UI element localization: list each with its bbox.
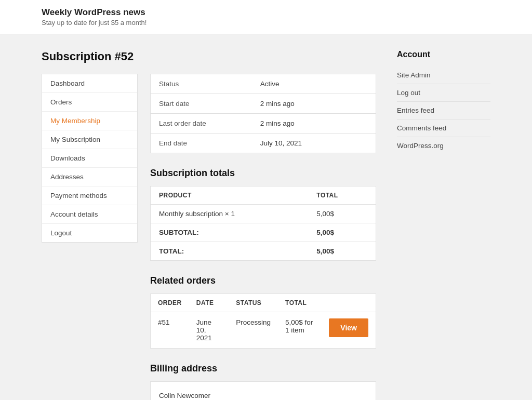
info-label: Status <box>151 74 252 94</box>
total-value: 5,00$ <box>308 242 376 261</box>
order-action: View <box>322 312 376 349</box>
view-button[interactable]: View <box>329 318 368 337</box>
nav-item-addresses[interactable]: Addresses <box>42 168 137 186</box>
info-value: 2 mins ago <box>252 114 376 134</box>
info-label: End date <box>151 134 252 153</box>
subtotal-value: 5,00$ <box>308 223 376 242</box>
totals-row: Monthly subscription × 15,00$ <box>151 205 376 223</box>
nav-panel: DashboardOrdersMy MembershipMy Subscript… <box>42 74 138 243</box>
info-label: Last order date <box>151 114 252 134</box>
account-links: Site AdminLog outEntries feedComments fe… <box>397 66 490 154</box>
nav-item-logout[interactable]: Logout <box>42 224 137 242</box>
col-status: STATUS <box>229 294 278 312</box>
product-name: Monthly subscription × 1 <box>151 205 309 223</box>
info-value: Active <box>252 74 376 94</box>
order-status: Processing <box>229 312 278 349</box>
info-value: 2 mins ago <box>252 94 376 114</box>
info-label: Start date <box>151 94 252 114</box>
order-number: #51 <box>151 312 189 349</box>
totals-col-total: TOTAL <box>308 186 376 205</box>
main-content: Subscription #52 DashboardOrdersMy Membe… <box>42 50 376 400</box>
account-link-entries-feed[interactable]: Entries feed <box>397 102 490 119</box>
nav-item-account-details[interactable]: Account details <box>42 205 137 224</box>
total-row: TOTAL:5,00$ <box>151 242 376 261</box>
nav-item-orders[interactable]: Orders <box>42 93 137 112</box>
col-date: DATE <box>189 294 229 312</box>
detail-area: StatusActiveStart date2 mins agoLast ord… <box>150 74 376 400</box>
related-orders-title: Related orders <box>150 275 376 286</box>
info-row: Start date2 mins ago <box>151 94 376 114</box>
order-total: 5,00$ for 1 item <box>278 312 322 349</box>
order-row: #51 June 10, 2021 Processing 5,00$ for 1… <box>151 312 376 349</box>
info-row: End dateJuly 10, 2021 <box>151 134 376 153</box>
account-link-log-out[interactable]: Log out <box>397 84 490 102</box>
col-action <box>322 294 376 312</box>
col-total: TOTAL <box>278 294 322 312</box>
col-order: ORDER <box>151 294 189 312</box>
nav-item-my-membership[interactable]: My Membership <box>42 112 137 130</box>
billing-section-title: Billing address <box>150 363 376 374</box>
nav-item-dashboard[interactable]: Dashboard <box>42 74 137 93</box>
product-total: 5,00$ <box>308 205 376 223</box>
subtotal-label: SUBTOTAL: <box>151 223 309 242</box>
site-tagline: Stay up to date for just $5 a month! <box>42 19 490 26</box>
site-header: Weekly WordPress news Stay up to date fo… <box>0 0 532 34</box>
info-value: July 10, 2021 <box>252 134 376 153</box>
related-orders-table: ORDER DATE STATUS TOTAL #51 June 10, 202… <box>150 294 376 349</box>
subtotal-row: SUBTOTAL:5,00$ <box>151 223 376 242</box>
totals-col-product: PRODUCT <box>151 186 309 205</box>
account-link-comments-feed[interactable]: Comments feed <box>397 119 490 137</box>
account-link-wordpressorg[interactable]: WordPress.org <box>397 137 490 154</box>
total-label: TOTAL: <box>151 242 309 261</box>
billing-name: Colin Newcomer <box>159 390 367 400</box>
info-row: StatusActive <box>151 74 376 94</box>
site-title: Weekly WordPress news <box>42 7 490 18</box>
nav-item-my-subscription[interactable]: My Subscription <box>42 130 137 149</box>
nav-item-payment-methods[interactable]: Payment methods <box>42 186 137 205</box>
account-link-site-admin[interactable]: Site Admin <box>397 66 490 84</box>
nav-item-downloads[interactable]: Downloads <box>42 149 137 168</box>
content-area: DashboardOrdersMy MembershipMy Subscript… <box>42 74 376 400</box>
account-title: Account <box>397 50 490 59</box>
subscription-info-table: StatusActiveStart date2 mins agoLast ord… <box>150 74 376 153</box>
totals-section-title: Subscription totals <box>150 168 376 179</box>
right-sidebar: Account Site AdminLog outEntries feedCom… <box>397 50 490 154</box>
page-wrapper: Subscription #52 DashboardOrdersMy Membe… <box>0 34 532 400</box>
info-row: Last order date2 mins ago <box>151 114 376 134</box>
order-date: June 10, 2021 <box>189 312 229 349</box>
billing-box: Colin Newcomer 123 MailPoet St <box>150 381 376 400</box>
page-title: Subscription #52 <box>42 50 376 63</box>
totals-table: PRODUCT TOTAL Monthly subscription × 15,… <box>150 186 376 261</box>
